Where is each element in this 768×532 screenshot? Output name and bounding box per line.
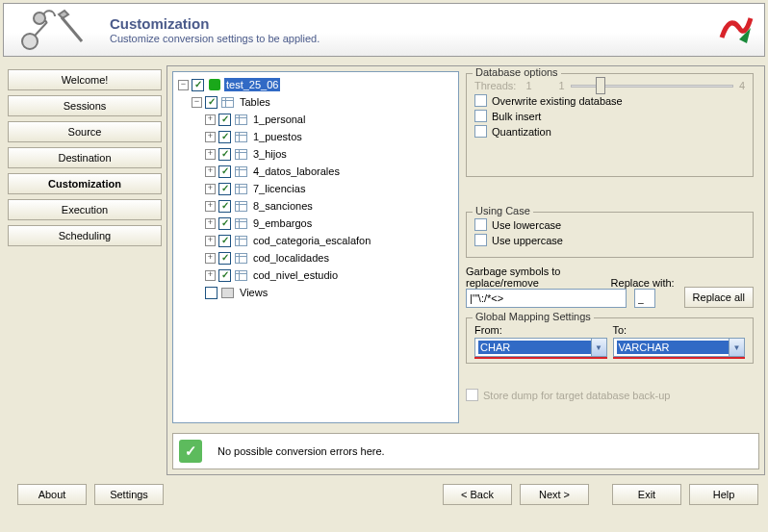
settings-button[interactable]: Settings bbox=[94, 484, 164, 505]
expand-icon[interactable]: + bbox=[205, 149, 216, 160]
tree-checkbox[interactable] bbox=[218, 148, 231, 161]
tree-label: 9_embargos bbox=[251, 216, 314, 230]
table-icon bbox=[234, 130, 248, 143]
tree-checkbox[interactable] bbox=[218, 235, 231, 247]
tree-table-cod_categoria_escalafon[interactable]: +cod_categoria_escalafon bbox=[175, 232, 456, 249]
tree-checkbox[interactable] bbox=[218, 183, 231, 195]
db-options-group-title: Database options bbox=[473, 66, 561, 78]
tree-table-8_sanciones[interactable]: +8_sanciones bbox=[175, 197, 456, 215]
quantization-label: Quantization bbox=[492, 126, 551, 138]
lowercase-label: Use lowercase bbox=[492, 219, 561, 231]
tree-table-9_embargos[interactable]: +9_embargos bbox=[175, 215, 456, 232]
tree-table-1_puestos[interactable]: +1_puestos bbox=[175, 128, 456, 145]
chevron-down-icon: ▼ bbox=[729, 339, 744, 356]
next-button[interactable]: Next > bbox=[520, 484, 589, 505]
tree-tables-folder[interactable]: −Tables bbox=[175, 93, 456, 111]
from-dropdown[interactable]: CHAR▼ bbox=[474, 338, 607, 357]
mapping-group-title: Global Mapping Settings bbox=[473, 311, 594, 322]
tree-checkbox[interactable] bbox=[205, 287, 218, 299]
nav-step-source[interactable]: Source bbox=[8, 121, 162, 142]
footer: About Settings < Back Next > Exit Help bbox=[0, 475, 768, 514]
about-button[interactable]: About bbox=[17, 484, 87, 505]
collapse-icon[interactable]: − bbox=[192, 97, 202, 108]
expand-icon[interactable]: + bbox=[205, 132, 216, 142]
to-dropdown[interactable]: VARCHAR▼ bbox=[613, 338, 746, 357]
tree-label: Views bbox=[238, 286, 269, 299]
garbage-input[interactable] bbox=[466, 289, 627, 308]
expand-icon[interactable]: + bbox=[205, 253, 216, 264]
tree-label: cod_nivel_estudio bbox=[251, 268, 340, 282]
overwrite-label: Overwrite existing database bbox=[492, 95, 623, 107]
tree-checkbox[interactable] bbox=[218, 269, 231, 282]
replace-with-label: Replace with: bbox=[611, 277, 677, 289]
check-icon: ✓ bbox=[179, 440, 202, 463]
tree-table-cod_nivel_estudio[interactable]: +cod_nivel_estudio bbox=[175, 266, 456, 284]
tree-checkbox[interactable] bbox=[218, 200, 231, 213]
page-title: Customization bbox=[110, 15, 716, 32]
nav-step-sessions[interactable]: Sessions bbox=[8, 95, 162, 116]
threads-slider[interactable] bbox=[571, 85, 733, 88]
nav-step-destination[interactable]: Destination bbox=[8, 147, 162, 168]
expand-icon[interactable]: + bbox=[205, 270, 216, 281]
page-subtitle: Customize conversion settings to be appl… bbox=[110, 33, 716, 44]
table-icon bbox=[234, 113, 248, 126]
uppercase-checkbox[interactable] bbox=[474, 234, 487, 246]
expand-icon[interactable]: + bbox=[205, 166, 216, 177]
chevron-down-icon: ▼ bbox=[591, 339, 606, 356]
to-label: To: bbox=[613, 324, 746, 336]
garbage-label: Garbage symbols to replace/remove bbox=[466, 266, 627, 289]
case-group-title: Using Case bbox=[473, 205, 533, 216]
replace-input[interactable] bbox=[634, 289, 655, 308]
expand-icon[interactable]: + bbox=[205, 201, 216, 212]
options-pane: Database options Threads: 1 1 4 Overwrit… bbox=[464, 71, 759, 423]
tree-table-cod_localidades[interactable]: +cod_localidades bbox=[175, 249, 456, 266]
tree-label: 1_puestos bbox=[251, 130, 304, 143]
bulk-checkbox[interactable] bbox=[474, 110, 487, 122]
collapse-icon[interactable]: − bbox=[178, 80, 189, 90]
tree-checkbox[interactable] bbox=[205, 96, 218, 109]
objects-tree[interactable]: −test_25_06−Tables+1_personal+1_puestos+… bbox=[172, 71, 459, 423]
tree-label: test_25_06 bbox=[224, 78, 280, 91]
app-logo-icon bbox=[716, 11, 755, 49]
nav-step-customization[interactable]: Customization bbox=[8, 173, 162, 194]
database-icon bbox=[207, 78, 221, 91]
tree-checkbox[interactable] bbox=[218, 114, 231, 126]
tree-table-4_datos_laborales[interactable]: +4_datos_laborales bbox=[175, 163, 456, 180]
nav-step-welcome[interactable]: Welcome! bbox=[8, 69, 162, 90]
nav-step-scheduling[interactable]: Scheduling bbox=[8, 225, 162, 246]
tree-checkbox[interactable] bbox=[218, 165, 231, 178]
nav-step-execution[interactable]: Execution bbox=[8, 199, 162, 220]
overwrite-checkbox[interactable] bbox=[474, 94, 487, 107]
replace-all-button[interactable]: Replace all bbox=[684, 287, 754, 308]
tree-table-3_hijos[interactable]: +3_hijos bbox=[175, 145, 456, 163]
store-dump-checkbox[interactable] bbox=[466, 389, 478, 401]
tree-views-folder[interactable]: Views bbox=[175, 284, 456, 301]
svg-point-0 bbox=[22, 34, 38, 49]
tree-label: 1_personal bbox=[251, 113, 307, 126]
expand-icon[interactable]: + bbox=[205, 114, 216, 125]
tree-checkbox[interactable] bbox=[218, 131, 231, 143]
tree-checkbox[interactable] bbox=[218, 217, 231, 230]
tree-table-1_personal[interactable]: +1_personal bbox=[175, 111, 456, 128]
expand-icon[interactable]: + bbox=[205, 218, 216, 229]
table-icon bbox=[234, 165, 248, 178]
tree-table-7_licencias[interactable]: +7_licencias bbox=[175, 180, 456, 197]
table-icon bbox=[234, 182, 248, 195]
table-icon bbox=[234, 147, 248, 161]
expand-icon[interactable]: + bbox=[205, 236, 216, 246]
help-button[interactable]: Help bbox=[689, 484, 758, 505]
tree-database[interactable]: −test_25_06 bbox=[175, 76, 456, 93]
tree-checkbox[interactable] bbox=[192, 79, 204, 91]
lowercase-checkbox[interactable] bbox=[474, 218, 487, 231]
exit-button[interactable]: Exit bbox=[612, 484, 681, 505]
tree-checkbox[interactable] bbox=[218, 252, 231, 265]
table-icon bbox=[234, 199, 248, 213]
back-button[interactable]: < Back bbox=[443, 484, 512, 505]
quantization-checkbox[interactable] bbox=[474, 125, 487, 138]
status-bar: ✓ No possible conversion errors here. bbox=[172, 433, 759, 469]
store-dump-label: Store dump for target database back-up bbox=[483, 390, 670, 401]
threads-max: 4 bbox=[739, 80, 745, 91]
bulk-label: Bulk insert bbox=[492, 111, 541, 122]
expand-icon[interactable]: + bbox=[205, 184, 216, 194]
uppercase-label: Use uppercase bbox=[492, 235, 563, 246]
